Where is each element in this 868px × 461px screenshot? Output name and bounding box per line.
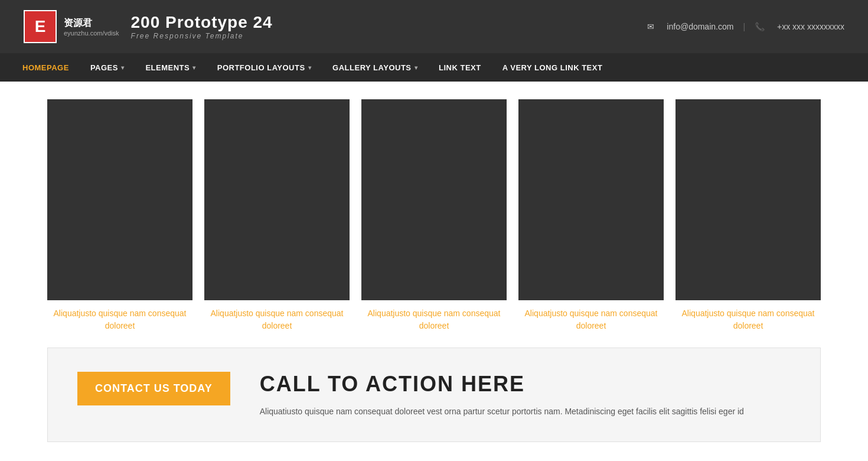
gallery-caption-1: Aliquatjusto quisque nam consequat dolor… [47,300,192,336]
email-icon: ✉ [647,22,654,31]
gallery-image-3 [361,99,507,300]
nav-long-link[interactable]: A VERY LONG LINK TEXT [492,53,614,82]
gallery-item: Aliquatjusto quisque nam consequat dolor… [47,99,192,336]
gallery-image-1 [47,99,192,300]
chevron-down-icon: ▾ [192,64,196,71]
nav-homepage[interactable]: HOMEPAGE [12,53,80,82]
nav-portfolio-layouts[interactable]: PORTFOLIO LAYOUTS ▾ [207,53,322,82]
logo-area: E 资源君 eyunzhu.com/vdisk 200 Prototype 24… [24,10,273,43]
nav-elements[interactable]: ELEMENTS ▾ [135,53,206,82]
chevron-down-icon: ▾ [308,64,312,71]
gallery-caption-4: Aliquatjusto quisque nam consequat dolor… [518,300,664,336]
logo-url: eyunzhu.com/vdisk [64,30,119,37]
cta-title: CALL TO ACTION HERE [260,372,791,397]
contact-us-button[interactable]: CONTACT US TODAY [77,372,230,405]
nav-pages[interactable]: PAGES ▾ [80,53,135,82]
cta-description: Aliquatiusto quisque nam consequat dolor… [260,405,791,418]
header-contact: ✉ info@domain.com | 📞 +xx xxx xxxxxxxxx [647,22,844,31]
cta-section: CONTACT US TODAY CALL TO ACTION HERE Ali… [47,348,821,442]
nav-link-text[interactable]: LINK TEXT [428,53,492,82]
logo-chinese: 资源君 [64,17,119,30]
gallery-image-2 [204,99,350,300]
separator: | [743,22,745,31]
site-subtitle: Free Responsive Template [131,32,273,40]
gallery-item: Aliquatjusto quisque nam consequat dolor… [518,99,664,336]
logo-text: 资源君 eyunzhu.com/vdisk [64,17,119,37]
email-address: info@domain.com [667,22,733,31]
chevron-down-icon: ▾ [121,64,125,71]
gallery-item: Aliquatjusto quisque nam consequat dolor… [361,99,507,336]
phone-icon: 📞 [755,22,765,31]
site-title: 200 Prototype 24 [131,13,273,32]
nav-gallery-layouts[interactable]: GALLERY LAYOUTS ▾ [322,53,428,82]
chevron-down-icon: ▾ [415,64,418,71]
gallery-caption-2: Aliquatjusto quisque nam consequat dolor… [204,300,350,336]
gallery-caption-3: Aliquatjusto quisque nam consequat dolor… [361,300,507,336]
cta-content: CALL TO ACTION HERE Aliquatiusto quisque… [260,372,791,418]
gallery-image-4 [518,99,664,300]
phone-number: +xx xxx xxxxxxxxx [777,22,844,31]
gallery-item: Aliquatjusto quisque nam consequat dolor… [204,99,350,336]
logo-icon: E [24,10,57,43]
main-content: Aliquatjusto quisque nam consequat dolor… [0,82,868,454]
gallery-caption-5: Aliquatjusto quisque nam consequat dolor… [676,300,821,336]
site-header: E 资源君 eyunzhu.com/vdisk 200 Prototype 24… [0,0,868,53]
gallery-image-5 [676,99,821,300]
gallery-item: Aliquatjusto quisque nam consequat dolor… [676,99,821,336]
gallery-grid: Aliquatjusto quisque nam consequat dolor… [47,99,821,336]
main-nav: HOMEPAGE PAGES ▾ ELEMENTS ▾ PORTFOLIO LA… [0,53,868,82]
